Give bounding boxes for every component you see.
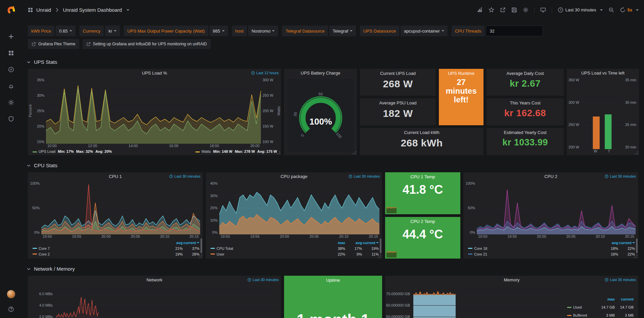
legend-scrollbar[interactable] — [200, 238, 202, 253]
legend-header-avg[interactable]: avg — [345, 241, 362, 245]
server-admin-shield-icon[interactable] — [8, 116, 14, 122]
caret-down-icon — [114, 30, 117, 32]
row-header-cpu-stats[interactable]: CPU Stats — [22, 162, 644, 169]
panel-time-override[interactable]: Last 30 minutes — [605, 278, 636, 282]
panel-title[interactable]: Uptime — [284, 276, 382, 283]
time-series-chart[interactable] — [41, 182, 200, 234]
variable-dropdown[interactable]: Nostromo — [248, 26, 278, 36]
time-range-picker[interactable]: Last 30 minutes — [558, 7, 603, 13]
caret-down-icon[interactable] — [127, 9, 129, 11]
legend-series-name[interactable]: Core 7 — [33, 246, 50, 251]
panel-title[interactable]: Average PSU Load — [360, 98, 436, 105]
grafana-logo[interactable] — [0, 0, 22, 20]
explore-compass-icon[interactable] — [8, 66, 14, 73]
dashboards-grid-icon[interactable] — [8, 50, 14, 56]
star-icon[interactable] — [489, 7, 494, 13]
settings-gear-icon[interactable] — [523, 7, 528, 13]
legend-header-current[interactable]: current — [183, 241, 199, 245]
resize-handle[interactable] — [199, 255, 202, 258]
panel-title[interactable]: Network — [28, 277, 281, 282]
sort-caret-icon — [197, 242, 199, 243]
legend-header-current[interactable]: current — [615, 297, 634, 301]
panel-time-override[interactable]: Last 30 minutes — [349, 174, 380, 178]
panel-title[interactable]: This Years Cost — [487, 98, 564, 105]
time-series-chart[interactable] — [56, 286, 98, 318]
panel-header: CPU 2 Last 30 minutes — [463, 172, 638, 180]
legend-series-name[interactable]: Watts — [201, 149, 211, 153]
legend-series-name[interactable]: Core 18 — [468, 246, 487, 251]
time-series-chart[interactable] — [413, 286, 456, 318]
alerting-bell-icon[interactable] — [8, 83, 14, 89]
variable-dropdown[interactable]: 0.65 — [56, 26, 75, 36]
gridline — [412, 294, 565, 294]
zoom-out-icon[interactable] — [608, 7, 614, 13]
panel-title[interactable]: UPS Load vs Time left — [567, 71, 639, 76]
resize-handle[interactable] — [635, 151, 638, 154]
legend-series-name[interactable]: UPS Load — [39, 149, 55, 153]
row-header-ups-stats[interactable]: UPS Stats — [22, 58, 644, 66]
variable-dropdown[interactable]: kr — [105, 26, 120, 36]
variable-dropdown[interactable]: Telegraf — [329, 26, 356, 36]
legend-series-name[interactable]: CPU Total — [211, 246, 233, 251]
panel-title[interactable]: CPU 1 Temp — [385, 172, 460, 179]
avatar[interactable] — [7, 290, 15, 299]
panel-time-override[interactable]: Last 12 hours — [251, 71, 279, 75]
refresh-picker[interactable]: 5s — [620, 7, 639, 13]
save-icon[interactable] — [511, 7, 517, 13]
legend-header-max[interactable]: max — [328, 241, 345, 245]
plot-area: Percent 35% 30% 25% 20% 15% 300 W 250 W … — [28, 77, 281, 144]
create-plus-icon[interactable] — [8, 33, 14, 40]
legend-item[interactable]: WattsMin: 148 WMax: 278 WAvg: 175 W — [195, 149, 277, 153]
add-panel-icon[interactable] — [477, 7, 483, 13]
resize-handle[interactable] — [634, 255, 637, 258]
panel-title[interactable]: Current Load kWh — [360, 128, 484, 135]
help-icon[interactable] — [8, 306, 14, 313]
legend-header-current[interactable]: current — [362, 241, 379, 245]
cycle-view-monitor-icon[interactable] — [540, 7, 546, 13]
configuration-gear-icon[interactable] — [8, 99, 14, 106]
refresh-interval: 5s — [628, 7, 632, 12]
dashboard-link[interactable]: Grafana Plex Theme — [28, 39, 79, 49]
stat-value: kr 162.68 — [487, 108, 564, 119]
legend-header-current[interactable]: current — [618, 241, 635, 245]
time-series-chart[interactable] — [219, 182, 379, 234]
breadcrumb-folder[interactable]: Unraid — [36, 7, 51, 13]
variable-dropdown[interactable]: apcupsd-container — [401, 26, 448, 36]
share-icon[interactable] — [500, 7, 506, 13]
panel-title[interactable]: UPS Battery Charge — [284, 71, 357, 76]
time-series-chart[interactable] — [46, 78, 261, 144]
resize-handle[interactable] — [378, 255, 381, 258]
legend-header-avg[interactable]: avg — [166, 241, 183, 245]
panel-time-override[interactable]: Last 30 minutes — [247, 278, 279, 282]
resize-handle[interactable] — [277, 151, 280, 154]
dashboard-link[interactable]: Setting up Grafana and InfluxDB for UPS … — [83, 39, 211, 49]
panel-title[interactable]: CPU 2 Temp — [385, 217, 460, 224]
panel-time-override[interactable]: Last 30 minutes — [605, 174, 636, 178]
legend-series-name[interactable]: Buffered — [567, 313, 587, 317]
legend-series-name[interactable]: Core 2 — [33, 252, 50, 256]
bar-chart[interactable] — [581, 78, 624, 149]
variable-dropdown[interactable]: 865 — [210, 26, 228, 36]
time-override-label: Last 30 minutes — [354, 174, 380, 178]
dashboard-title[interactable]: Unraid System Dashboard — [63, 7, 122, 13]
panel-title[interactable]: UPS Load % — [28, 71, 281, 76]
panel-title[interactable]: Estimated Yearly Cost — [487, 128, 564, 135]
legend-series-name[interactable]: Core 21 — [468, 252, 487, 256]
panel-title[interactable]: Current UPS Load — [360, 69, 436, 76]
legend-series-name[interactable]: User — [211, 252, 224, 256]
cpu-threads-input[interactable] — [486, 26, 543, 36]
legend-scrollbar[interactable] — [380, 238, 381, 253]
row-header-network-memory[interactable]: Network / Memory — [22, 265, 644, 273]
legend-scrollbar[interactable] — [636, 238, 638, 253]
resize-handle[interactable] — [353, 151, 356, 154]
legend-header-max[interactable]: max — [596, 297, 615, 301]
time-series-chart[interactable] — [477, 182, 636, 234]
legend-item[interactable]: UPS LoadMin: 17%Max: 32%Avg: 20% — [33, 149, 112, 153]
panel-title[interactable]: Average Daily Cost — [487, 69, 564, 76]
panel-title[interactable]: Memory — [385, 277, 638, 282]
panel-time-override[interactable]: Last 30 minutes — [169, 174, 200, 178]
legend-header-avg[interactable]: avg — [601, 241, 618, 245]
legend-series-name[interactable]: Used — [567, 305, 582, 309]
panel-title[interactable]: UPS Runtime — [439, 69, 484, 76]
dashboard-grid-icon[interactable] — [28, 7, 33, 13]
